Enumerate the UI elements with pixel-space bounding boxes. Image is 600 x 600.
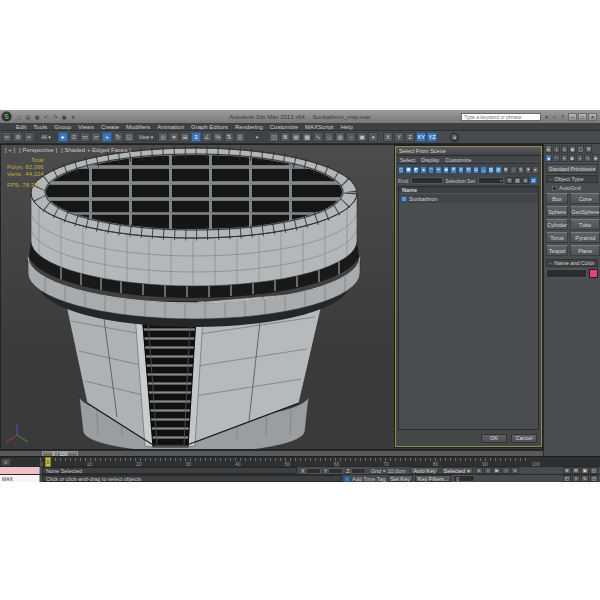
coord-field-z[interactable] [351, 468, 366, 474]
maxscript-mini-listener-pink[interactable] [0, 467, 40, 474]
menu-graph-editors[interactable]: Graph Editors [191, 124, 228, 130]
open-file-icon[interactable]: ▤ [24, 113, 32, 121]
select-and-move[interactable]: + [102, 132, 112, 142]
display-xrefs-icon[interactable]: ⇄ [473, 166, 479, 174]
field-of-view-icon[interactable]: ◱ [590, 467, 598, 474]
display-materials-icon[interactable]: ◍ [495, 166, 501, 174]
reference-coordinate-dropdown[interactable]: View ▾ [135, 132, 157, 142]
maxscript-mini-listener-white[interactable]: MAX [0, 475, 40, 482]
display-spacewarps-icon[interactable]: ≋ [458, 166, 464, 174]
help-icon[interactable]: ? [559, 113, 566, 120]
menu-group[interactable]: Group [54, 124, 71, 130]
angle-snap-toggle[interactable]: ∠ [202, 132, 212, 142]
cat-geometry[interactable]: ● [545, 154, 552, 162]
search-input[interactable] [461, 113, 541, 121]
menu-maxscript[interactable]: MAXScript [305, 124, 333, 130]
select-and-link[interactable]: ∞ [2, 132, 12, 142]
display-bones-icon[interactable]: ◡ [480, 166, 486, 174]
current-frame-marker[interactable]: 0 [45, 457, 51, 467]
dialog-menu-customize[interactable]: Customize [445, 157, 471, 163]
dialog-menu-display[interactable]: Display [421, 157, 439, 163]
curve-editor[interactable]: ∿ [313, 132, 323, 142]
maximize-button[interactable]: □ [578, 113, 587, 121]
display-frozen-icon[interactable]: ✱ [503, 166, 509, 174]
tab-hierarchy[interactable]: ≡ [561, 145, 568, 153]
minimize-button[interactable]: ─ [568, 113, 577, 121]
object-type-button-box[interactable]: Box [546, 193, 568, 204]
tab-display[interactable]: ▢ [577, 145, 584, 153]
object-color-swatch[interactable] [589, 269, 598, 278]
layer-explorer[interactable]: ▤ [291, 132, 301, 142]
axis-constraint-y[interactable]: Y [394, 132, 404, 142]
axis-constraint-z[interactable]: Z [405, 132, 415, 142]
axis-constraint-x[interactable]: X [383, 132, 393, 142]
coord-field-y[interactable] [328, 468, 343, 474]
tab-create[interactable]: ▸ [545, 145, 552, 153]
current-time-field[interactable]: 0 [453, 475, 475, 482]
pick-icon[interactable]: ▸ [532, 166, 538, 174]
selection-set-dropdown[interactable]: ▾ [478, 177, 504, 184]
zoom-extents-icon[interactable]: ▣ [581, 467, 589, 474]
keyboard-shortcut-override[interactable]: ⊞ [180, 132, 190, 142]
workspace-dropdown-icon[interactable]: ▾ [69, 113, 77, 121]
selection-filter-dropdown[interactable]: All ▾ [35, 132, 57, 142]
align[interactable]: ≣ [280, 132, 290, 142]
play-icon[interactable]: ▶ [493, 467, 501, 474]
object-type-button-cylinder[interactable]: Cylinder [546, 219, 568, 230]
undo-icon[interactable]: ↶ [42, 113, 50, 121]
unlink-selection[interactable]: ⊘ [13, 132, 23, 142]
primitives-dropdown[interactable]: Standard Primitives ▾ [546, 164, 598, 173]
bind-to-space-warp[interactable]: ≈ [24, 132, 34, 142]
viewport-menu-plus[interactable]: [ + ] [5, 147, 15, 153]
menu-customize[interactable]: Customize [270, 124, 298, 130]
window-crossing-toggle[interactable]: ▱ [91, 132, 101, 142]
cat-spacewarps[interactable]: ∿ [584, 154, 591, 162]
zoom-all-icon[interactable]: ⊞ [572, 467, 580, 474]
dialog-title-bar[interactable]: Select From Scene [396, 147, 541, 156]
pan-icon[interactable]: + [572, 475, 580, 482]
view-detail-icon[interactable]: ▤ [514, 177, 521, 184]
project-folder-icon[interactable]: ▣ [60, 113, 68, 121]
viewport-menu-shading[interactable]: [ Shaded + Edged Faces ] [61, 147, 131, 153]
menu-views[interactable]: Views [78, 124, 94, 130]
object-type-button-cone[interactable]: Cone [570, 193, 600, 204]
ok-button[interactable]: OK [481, 434, 507, 443]
orbit-icon[interactable]: ↻ [581, 475, 589, 482]
autogrid-checkbox[interactable] [552, 186, 557, 191]
display-containers-icon[interactable]: ▥ [488, 166, 494, 174]
display-shapes-icon[interactable]: ◠ [428, 166, 434, 174]
schematic-view[interactable]: ◇ [324, 132, 334, 142]
display-invert-icon[interactable]: ◩ [413, 166, 419, 174]
application-menu-button[interactable]: S [1, 111, 12, 122]
axis-constraint-xy[interactable]: XY [416, 132, 426, 142]
cat-cameras[interactable]: ◙ [569, 154, 576, 162]
cat-shapes[interactable]: ◠ [553, 154, 560, 162]
cat-helpers[interactable]: + [576, 154, 583, 162]
select-by-name[interactable]: ≡ [69, 132, 79, 142]
spinner-snap-toggle[interactable]: ⇅ [224, 132, 234, 142]
tab-modify[interactable]: ◗ [553, 145, 560, 153]
coord-field-x[interactable] [306, 468, 321, 474]
display-lights-icon[interactable]: ☀ [435, 166, 441, 174]
favorites-star-icon[interactable]: ☆ [551, 113, 558, 120]
key-filters-button[interactable]: Key Filters... [415, 475, 452, 482]
select-and-manipulate[interactable]: ∗ [169, 132, 179, 142]
object-type-button-teapot[interactable]: Teapot [546, 245, 568, 256]
select-and-rotate[interactable]: ↻ [113, 132, 123, 142]
display-cameras-icon[interactable]: ◙ [443, 166, 449, 174]
tab-motion[interactable]: ◉ [569, 145, 576, 153]
name-color-rollout[interactable]: − Name and Color [546, 259, 598, 267]
menu-help[interactable]: Help [340, 124, 352, 130]
render-production-icon[interactable]: ◕ [450, 133, 459, 142]
track-bar[interactable]: ≡ 0102030405060708090100 0 [0, 456, 600, 466]
object-type-button-geosphere[interactable]: GeoSphere [570, 206, 600, 217]
go-to-end-icon[interactable]: » [511, 467, 519, 474]
named-selection-set-dropdown[interactable]: ▾ [246, 132, 268, 142]
rendered-frame-window[interactable]: ▣ [357, 132, 367, 142]
zoom-icon[interactable]: ⊕ [563, 467, 571, 474]
set-key-button[interactable]: Set Key [388, 475, 413, 482]
cancel-button[interactable]: Cancel [511, 434, 537, 443]
sync-selection-icon[interactable]: ⇄ [530, 177, 537, 184]
display-groups-icon[interactable]: ⊡ [465, 166, 471, 174]
object-type-button-plane[interactable]: Plane [570, 245, 600, 256]
